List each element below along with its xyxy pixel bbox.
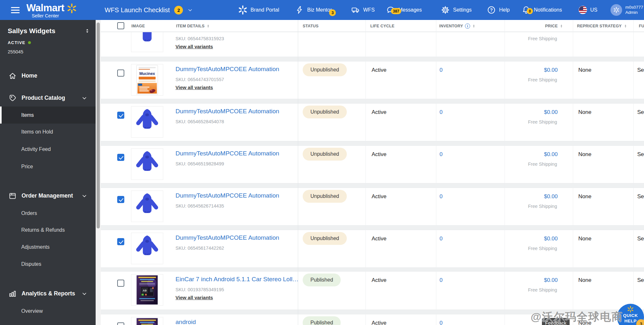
- row-checkbox[interactable]: [117, 70, 124, 77]
- view-all-variants-link[interactable]: View all variants: [175, 44, 213, 49]
- select-all-checkbox[interactable]: [117, 22, 124, 29]
- row-checkbox[interactable]: [117, 154, 124, 161]
- sidebar-item-analytics-reports[interactable]: Analytics & Reports: [0, 285, 96, 302]
- sidebar-item-order-management[interactable]: Order Management: [0, 187, 96, 204]
- item-title-link[interactable]: DummyTestAutoMPCOEE Automation: [175, 66, 279, 73]
- column-header-item-details[interactable]: ITEM DETAILS: [176, 20, 210, 32]
- sidebar-item-disputes[interactable]: Disputes: [0, 255, 96, 273]
- sidebar-item-price[interactable]: Price: [0, 158, 96, 175]
- sidebar-item-items[interactable]: Items: [0, 107, 96, 124]
- info-icon[interactable]: i: [465, 23, 470, 29]
- item-sku: SKU: 06544743701557: [175, 77, 224, 82]
- inventory-link[interactable]: 0: [440, 193, 442, 200]
- sidebar-item-items-on-hold[interactable]: Items on Hold: [0, 123, 96, 140]
- nav-settings[interactable]: Settings: [441, 0, 472, 20]
- spark-icon: [238, 5, 247, 14]
- inventory-link[interactable]: 0: [440, 236, 442, 242]
- price-link[interactable]: $0.00: [544, 236, 558, 242]
- inventory-link[interactable]: 0: [440, 320, 442, 325]
- nav-brand-portal[interactable]: Brand Portal: [238, 0, 279, 20]
- sidebar-item-orders[interactable]: Orders: [0, 205, 96, 222]
- item-sku: SKU: 06545626714435: [175, 203, 224, 209]
- price-link[interactable]: $0.00: [544, 109, 558, 116]
- chevron-down-icon: [81, 291, 87, 297]
- sidebar-scrollbar-track[interactable]: [96, 20, 101, 325]
- column-header-repricer-strategy[interactable]: REPRICER STRATEGY: [577, 20, 627, 32]
- sidebar-item-product-catalog[interactable]: Product Catalog: [0, 89, 96, 107]
- messages-badge: 387: [391, 8, 401, 14]
- item-title-link[interactable]: DummyTestAutoMPCOEE Automation: [175, 192, 279, 199]
- sidebar-scrollbar-thumb[interactable]: [97, 23, 100, 228]
- item-sku: SKU: 06546528454078: [175, 119, 224, 124]
- view-all-variants-link[interactable]: View all variants: [175, 85, 213, 90]
- sidebar-item-overview[interactable]: Overview: [0, 302, 96, 320]
- item-title-link[interactable]: DummyTestAutoMPCOEE Automation: [175, 150, 279, 157]
- product-image[interactable]: [131, 190, 163, 222]
- column-header-price[interactable]: PRICE: [545, 20, 563, 32]
- repricer-value: None: [578, 236, 592, 242]
- sidebar-item-returns-refunds[interactable]: Returns & Refunds: [0, 221, 96, 238]
- walmart-logo[interactable]: Walmart Seller Center: [26, 0, 77, 20]
- row-checkbox[interactable]: [117, 112, 124, 119]
- nav-messages[interactable]: 387 Messages: [386, 0, 422, 20]
- price-link[interactable]: $0.00: [544, 277, 558, 283]
- table-row: Mucinex DummyTestAutoMPCOEE Automation S…: [101, 61, 644, 99]
- status-badge: Unpublished: [303, 232, 347, 245]
- item-sku: SKU: 06544758315923: [175, 36, 224, 41]
- wfs-launch-checklist-dropdown[interactable]: WFS Launch Checklist 2: [105, 0, 193, 20]
- product-image[interactable]: A9: [131, 317, 163, 325]
- item-title-link[interactable]: DummyTestAutoMPCOEE Automation: [175, 108, 279, 115]
- nav-notifications[interactable]: 0 Notifications: [522, 0, 562, 20]
- sidebar-item-adjustments[interactable]: Adjustments: [0, 238, 96, 255]
- sidebar-item-activity-feed[interactable]: Activity Feed: [0, 141, 96, 158]
- item-title-link[interactable]: EinCar 7 inch Android 5.1.1 Car Stereo L…: [175, 276, 298, 283]
- row-checkbox[interactable]: [117, 322, 124, 325]
- nav-biz-mentor[interactable]: Biz Mentor 3: [295, 0, 332, 20]
- row-checkbox[interactable]: [117, 280, 124, 287]
- nav-user-menu[interactable]: m0s0777 Admin: [611, 0, 643, 20]
- price-link[interactable]: $0.00: [544, 67, 558, 73]
- view-all-variants-link[interactable]: View all variants: [175, 295, 213, 300]
- table-row: DummyTestAutoMPCOEE Automation SKU: 0654…: [101, 145, 644, 183]
- fulfillment-value: Se: [637, 193, 644, 200]
- item-title-link[interactable]: android: [175, 319, 196, 325]
- product-image[interactable]: Mucinex: [131, 64, 163, 96]
- fulfillment-value: Se: [637, 236, 644, 242]
- item-title-link[interactable]: DummyTestAutoMPCOEE Automation: [175, 234, 279, 241]
- status-badge: Published: [303, 274, 341, 286]
- sidebar-item-home[interactable]: Home: [0, 67, 96, 84]
- life-cycle-value: Active: [372, 67, 386, 73]
- nav-region[interactable]: US: [579, 0, 597, 20]
- inventory-link[interactable]: 0: [440, 67, 442, 73]
- chevron-down-icon: [81, 193, 87, 199]
- table-row: DummyTestAutoMPCOEE Automation SKU: 0654…: [101, 103, 644, 141]
- price-link[interactable]: $0.00: [544, 193, 558, 200]
- nav-help[interactable]: ? Help: [487, 0, 510, 20]
- column-header-status: STATUS: [303, 20, 318, 32]
- avatar: [611, 4, 622, 16]
- inventory-link[interactable]: 0: [440, 109, 442, 116]
- table-row: DummyTestAutoMPCOEE Automation SKU: 0654…: [101, 188, 644, 226]
- hamburger-menu-icon[interactable]: [11, 0, 20, 20]
- inventory-link[interactable]: 0: [440, 277, 442, 283]
- table-row: A9 EinCar 7 inch Android 5.1.1 Car Stere…: [101, 271, 644, 310]
- product-image[interactable]: [131, 106, 163, 138]
- price-link[interactable]: $0.00: [544, 151, 558, 158]
- lightning-icon: [295, 5, 304, 14]
- product-image[interactable]: [131, 148, 163, 180]
- product-image-text: A9: [143, 289, 147, 292]
- product-image[interactable]: A9: [131, 274, 163, 306]
- nav-wfs[interactable]: WFS: [351, 0, 375, 20]
- store-name: Sallys Widgets: [8, 27, 55, 35]
- walmart-spark-icon: [67, 4, 77, 13]
- column-header-inventory[interactable]: INVENTORY i: [439, 20, 476, 32]
- store-status: ACTIVE: [8, 40, 90, 45]
- store-switcher[interactable]: Sallys Widgets ACTIVE 255045: [8, 27, 90, 54]
- row-checkbox[interactable]: [117, 238, 124, 245]
- product-image[interactable]: [131, 32, 163, 52]
- status-badge: Unpublished: [303, 63, 347, 76]
- row-checkbox[interactable]: [117, 196, 124, 203]
- product-image[interactable]: [131, 233, 163, 264]
- inventory-link[interactable]: 0: [440, 151, 442, 158]
- sort-caret-icon: [472, 24, 476, 28]
